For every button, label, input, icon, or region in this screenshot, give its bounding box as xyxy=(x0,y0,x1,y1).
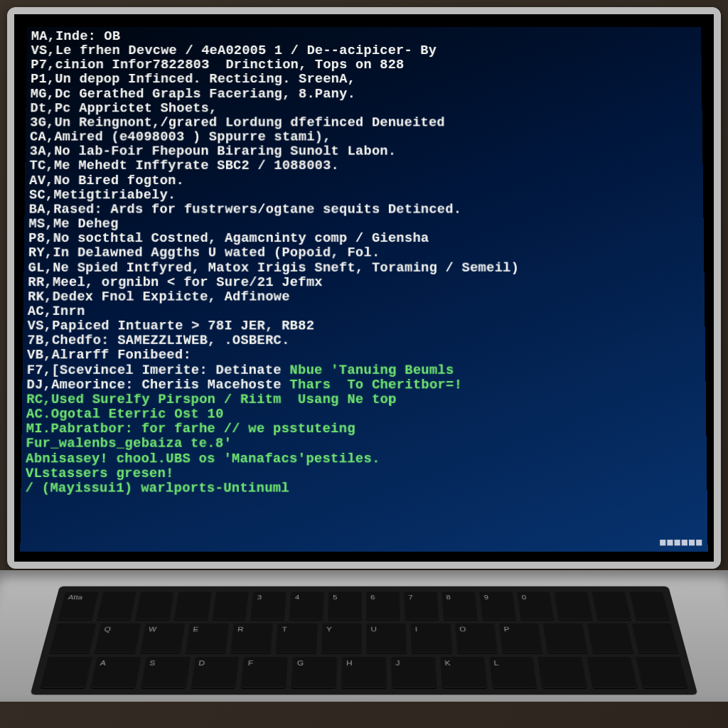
key-blank[interactable] xyxy=(636,657,688,688)
terminal-line: RC,Used Surelfy Pirspon / Riitm Usang Ne… xyxy=(26,392,702,407)
key-w[interactable]: W xyxy=(140,623,186,653)
terminal-text: VS,Papiced Intuarte > 78I JER, RB82 xyxy=(27,318,314,333)
keyboard-row: Atta34567890 xyxy=(58,592,670,620)
terminal-text: Thars To Cheritbor=! xyxy=(289,378,462,393)
terminal-line: VLstassers gresen! xyxy=(26,466,702,481)
tray-icon[interactable] xyxy=(667,540,673,545)
terminal-line: P1,Un depop Infinced. Recticing. SreenA, xyxy=(31,73,697,87)
key-3[interactable]: 3 xyxy=(251,592,287,620)
tray-icon[interactable] xyxy=(675,540,680,545)
terminal-text: AC,Inrn xyxy=(28,304,85,319)
terminal-text: VB,Alrarff Fonibeed: xyxy=(27,348,191,363)
terminal-line: AV,No Bired fogton. xyxy=(29,173,699,188)
terminal-text: MA,Inde: OB xyxy=(31,29,121,44)
terminal-line: RR,Meel, orgnibn < for Sure/21 Jefmx xyxy=(28,276,700,291)
key-blank[interactable] xyxy=(97,592,136,620)
keyboard[interactable]: Atta34567890QWERTYUIOPASDFGHJKL xyxy=(30,587,697,695)
key-blank[interactable] xyxy=(212,592,249,620)
key-u[interactable]: U xyxy=(366,623,407,653)
key-r[interactable]: R xyxy=(230,623,274,653)
key-6[interactable]: 6 xyxy=(366,592,400,620)
terminal-text: BA,Rased: Ards for fustrwers/ogtane sequ… xyxy=(29,202,462,217)
tray-icon[interactable] xyxy=(689,540,695,545)
key-blank[interactable] xyxy=(592,592,631,620)
key-q[interactable]: Q xyxy=(95,623,141,653)
terminal-line: BA,Rased: Ards for fustrwers/ogtane sequ… xyxy=(29,203,700,217)
key-g[interactable]: G xyxy=(291,657,337,688)
key-4[interactable]: 4 xyxy=(289,592,324,620)
terminal-text: RC,Used Surelfy Pirspon / Riitm Usang Ne… xyxy=(26,392,397,407)
key-7[interactable]: 7 xyxy=(404,592,439,620)
terminal-text: Nbue 'Tanuing Beumls xyxy=(289,363,454,378)
key-blank[interactable] xyxy=(49,623,97,653)
key-d[interactable]: D xyxy=(191,657,240,688)
terminal-line: AC.Ogotal Eterric Ost 10 xyxy=(26,407,702,422)
terminal-output: MA,Inde: OBVS,Le frhen Devcwe / 4eA02005… xyxy=(25,30,702,496)
key-blank[interactable] xyxy=(537,657,587,688)
terminal-line: CA,Amired (e4098003 ) Sppurre stami), xyxy=(30,130,698,144)
key-blank[interactable] xyxy=(631,623,679,653)
key-8[interactable]: 8 xyxy=(441,592,478,620)
terminal-line: SC,Metigtiriabely. xyxy=(29,188,699,203)
terminal-text: AC.Ogotal Eterric Ost 10 xyxy=(26,407,224,422)
terminal-text: P8,No socthtal Costned, Agamcninty comp … xyxy=(28,231,429,246)
terminal-line: DJ,Ameorince: Cheriis Macehoste Thars To… xyxy=(26,378,701,393)
key-j[interactable]: J xyxy=(391,657,437,688)
key-t[interactable]: T xyxy=(276,623,318,653)
tray-icon[interactable] xyxy=(660,540,665,545)
key-blank[interactable] xyxy=(587,657,638,688)
terminal-line: 3A,No lab-Foir Fhepoun Biraring Sunolt L… xyxy=(30,145,699,159)
terminal-line: VS,Le frhen Devcwe / 4eA02005 1 / De--ac… xyxy=(31,44,697,58)
key-l[interactable]: L xyxy=(488,657,537,688)
key-e[interactable]: E xyxy=(185,623,229,653)
keyboard-deck: Atta34567890QWERTYUIOPASDFGHJKL xyxy=(0,570,728,702)
terminal-text: MG,Dc Gerathed Grapls Faceriang, 8.Pany. xyxy=(31,87,355,102)
key-f[interactable]: F xyxy=(241,657,289,688)
key-a[interactable]: A xyxy=(90,657,141,688)
tray-icon[interactable] xyxy=(682,540,687,545)
terminal-text: P7,cinion Infor7822803 Drinction, Tops o… xyxy=(31,58,404,73)
terminal-text: RR,Meel, orgnibn < for Sure/21 Jefmx xyxy=(28,275,323,290)
key-i[interactable]: I xyxy=(410,623,452,653)
key-h[interactable]: H xyxy=(341,657,387,688)
terminal-text: SC,Metigtiriabely. xyxy=(29,188,176,203)
terminal-line: P8,No socthtal Costned, Agamcninty comp … xyxy=(28,232,700,246)
key-s[interactable]: S xyxy=(140,657,190,688)
key-atta[interactable]: Atta xyxy=(58,592,98,620)
key-blank[interactable] xyxy=(173,592,211,620)
terminal-line: MI.Pabratbor: for farhe // we psstuteing xyxy=(26,422,702,437)
terminal-line: Dt,Pc Apprictet Shoets, xyxy=(30,102,697,116)
display-panel: MA,Inde: OBVS,Le frhen Devcwe / 4eA02005… xyxy=(20,27,707,552)
key-k[interactable]: K xyxy=(439,657,487,688)
key-y[interactable]: Y xyxy=(321,623,361,653)
terminal-line: VB,Alrarff Fonibeed: xyxy=(27,348,701,363)
key-blank[interactable] xyxy=(554,592,593,620)
key-o[interactable]: O xyxy=(454,623,498,653)
key-blank[interactable] xyxy=(40,657,92,688)
terminal-line: Fur_walenbs_gebaiza te.8' xyxy=(26,437,702,452)
key-blank[interactable] xyxy=(629,592,670,620)
terminal-line: RK,Dedex Fnol Expiicte, Adfinowe xyxy=(28,290,700,305)
system-tray xyxy=(660,540,702,545)
terminal-text: P1,Un depop Infinced. Recticing. SreenA, xyxy=(31,72,355,87)
key-9[interactable]: 9 xyxy=(479,592,516,620)
terminal-line: 3G,Un Reingnont,/grared Lordung dfefince… xyxy=(30,116,698,130)
key-blank[interactable] xyxy=(543,623,589,653)
photo-scene: Cicedbot MA,Inde: OBVS,Le frhen Devcwe /… xyxy=(0,0,728,728)
terminal-line: GL,Ne Spied Intfyred, Matox Irigis Sneft… xyxy=(28,261,700,276)
key-p[interactable]: P xyxy=(499,623,543,653)
key-blank[interactable] xyxy=(587,623,633,653)
terminal-line: MA,Inde: OB xyxy=(31,30,697,44)
terminal-text: AV,No Bired fogton. xyxy=(29,173,184,188)
terminal-text: 7B,Chedfo: SAMEZZLIWEB, .OSBERC. xyxy=(27,333,289,348)
key-5[interactable]: 5 xyxy=(328,592,362,620)
key-blank[interactable] xyxy=(135,592,174,620)
terminal-text: Dt,Pc Apprictet Shoets, xyxy=(30,101,217,116)
terminal-line: 7B,Chedfo: SAMEZZLIWEB, .OSBERC. xyxy=(27,334,701,349)
key-0[interactable]: 0 xyxy=(517,592,555,620)
laptop: Cicedbot MA,Inde: OBVS,Le frhen Devcwe /… xyxy=(0,7,728,728)
tray-icon[interactable] xyxy=(696,540,702,545)
terminal-text: RK,Dedex Fnol Expiicte, Adfinowe xyxy=(28,289,290,304)
terminal-line: P7,cinion Infor7822803 Drinction, Tops o… xyxy=(31,58,697,73)
terminal-text: 3A,No lab-Foir Fhepoun Biraring Sunolt L… xyxy=(30,144,397,159)
